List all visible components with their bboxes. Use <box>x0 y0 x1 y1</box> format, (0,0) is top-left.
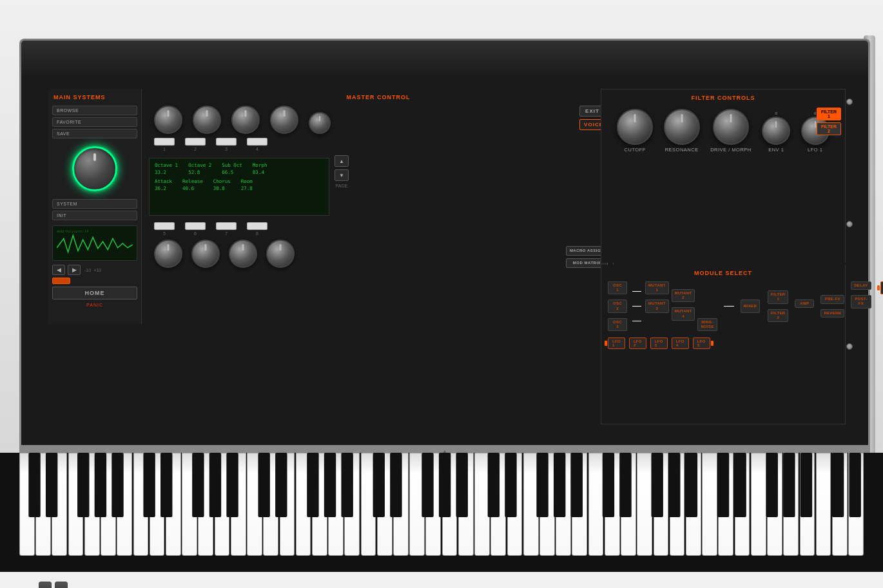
mutant3-button[interactable]: MUTANT3 <box>645 299 669 312</box>
ch-5-button[interactable] <box>154 222 175 230</box>
white-key[interactable] <box>539 453 555 556</box>
white-key[interactable] <box>393 453 409 556</box>
env1-knob[interactable] <box>762 117 790 145</box>
lfo1-module-button[interactable]: LFO1 <box>608 337 625 349</box>
white-key[interactable] <box>848 453 864 556</box>
master-knob-3[interactable] <box>231 106 260 134</box>
white-key[interactable] <box>247 453 262 556</box>
lfo5-module-button[interactable]: LFO5 <box>693 337 710 349</box>
white-key[interactable] <box>458 453 474 556</box>
delay-button[interactable]: DELAY <box>851 281 871 290</box>
bottom-knob-2[interactable] <box>191 240 220 268</box>
white-key[interactable] <box>35 453 51 556</box>
save-button[interactable]: SAVE <box>52 129 137 138</box>
white-key[interactable] <box>735 453 750 556</box>
white-key[interactable] <box>556 453 571 556</box>
white-key[interactable] <box>377 453 393 556</box>
master-knob-2[interactable] <box>193 106 221 134</box>
white-key[interactable] <box>101 453 116 556</box>
osc3-button[interactable]: OSC3 <box>608 318 627 331</box>
white-key[interactable] <box>605 453 620 556</box>
mutant4-button[interactable]: MUTANT4 <box>672 307 695 320</box>
white-key[interactable] <box>800 453 815 556</box>
env1-module-button[interactable]: ENV1 <box>880 281 883 294</box>
pitch-wheel[interactable] <box>39 582 52 588</box>
system-setup-button[interactable]: SYSTEM <box>52 199 137 209</box>
white-key[interactable] <box>52 453 67 556</box>
ch-3-button[interactable] <box>216 138 237 146</box>
white-key[interactable] <box>572 453 587 556</box>
drive-morph-knob[interactable] <box>713 109 749 145</box>
browse-button[interactable]: BROWSE <box>52 106 137 115</box>
white-key[interactable] <box>507 453 523 556</box>
white-key[interactable] <box>686 453 701 556</box>
master-knob-4[interactable] <box>270 106 298 134</box>
ch-4-button[interactable] <box>247 138 267 146</box>
filter2-module-button[interactable]: FILTER2 <box>768 309 788 322</box>
resonance-knob[interactable] <box>664 109 700 145</box>
white-key[interactable] <box>767 453 782 556</box>
white-key[interactable] <box>670 453 685 556</box>
white-key[interactable] <box>198 453 213 556</box>
white-key[interactable] <box>832 453 848 556</box>
osc1-button[interactable]: OSC1 <box>608 281 627 294</box>
white-key[interactable] <box>523 453 539 556</box>
white-key[interactable] <box>751 453 766 556</box>
filter1-module-button[interactable]: FILTER1 <box>768 290 788 303</box>
filter-1-button[interactable]: FILTER1 <box>817 108 841 120</box>
white-key[interactable] <box>702 453 717 556</box>
bottom-knob-3[interactable] <box>229 240 257 268</box>
white-key[interactable] <box>490 453 506 556</box>
white-key[interactable] <box>150 453 165 556</box>
amp-button[interactable]: AMP <box>795 299 814 308</box>
mutant1-button[interactable]: MUTANT1 <box>645 281 669 294</box>
mod-wheel[interactable] <box>55 582 68 588</box>
white-key[interactable] <box>68 453 84 556</box>
white-key[interactable] <box>312 453 327 556</box>
white-key[interactable] <box>117 453 132 556</box>
white-key[interactable] <box>361 453 376 556</box>
init-button[interactable]: INIT <box>52 211 137 220</box>
ch-1-button[interactable] <box>154 138 175 146</box>
white-key[interactable] <box>84 453 100 556</box>
white-key[interactable] <box>718 453 733 556</box>
bottom-knob-1[interactable] <box>154 240 182 268</box>
ch-7-button[interactable] <box>216 222 237 230</box>
white-key[interactable] <box>474 453 490 556</box>
white-key[interactable] <box>621 453 636 556</box>
white-key[interactable] <box>654 453 669 556</box>
bottom-knob-4[interactable] <box>266 240 295 268</box>
next-button[interactable]: ▶ <box>68 265 81 275</box>
osc2-button[interactable]: OSC2 <box>608 299 627 312</box>
white-key[interactable] <box>588 453 604 556</box>
white-key[interactable] <box>425 453 441 556</box>
white-key[interactable] <box>816 453 831 556</box>
prev-button[interactable]: ◀ <box>52 265 65 275</box>
white-key[interactable] <box>637 453 652 556</box>
ch-2-button[interactable] <box>185 138 206 146</box>
ring-noise-button[interactable]: RING-NOISE <box>697 318 717 331</box>
white-key[interactable] <box>133 453 149 556</box>
cutoff-knob[interactable] <box>617 109 653 145</box>
lfo2-module-button[interactable]: LFO2 <box>629 337 646 349</box>
master-knob-1[interactable] <box>154 106 182 134</box>
white-key[interactable] <box>215 453 230 556</box>
down-button[interactable]: ▼ <box>335 169 349 181</box>
up-button[interactable]: ▲ <box>335 155 349 167</box>
reverb-button[interactable]: REVERB <box>820 309 844 318</box>
ch-6-button[interactable] <box>185 222 206 230</box>
lfo4-module-button[interactable]: LFO4 <box>672 337 689 349</box>
white-key[interactable] <box>263 453 278 556</box>
white-key[interactable] <box>409 453 425 556</box>
favorite-button[interactable]: FAVORITE <box>52 117 137 127</box>
white-key[interactable] <box>296 453 311 556</box>
mixer-button[interactable]: MIXER <box>741 299 761 313</box>
master-knob-5[interactable] <box>309 112 331 134</box>
pre-fx-button[interactable]: PRE-FX <box>820 295 844 303</box>
white-key[interactable] <box>280 453 295 556</box>
white-key[interactable] <box>442 453 458 556</box>
white-key[interactable] <box>783 453 799 556</box>
home-button[interactable]: HOME <box>52 287 137 299</box>
white-key[interactable] <box>166 453 181 556</box>
post-fx-button[interactable]: POST-FX <box>851 295 871 308</box>
